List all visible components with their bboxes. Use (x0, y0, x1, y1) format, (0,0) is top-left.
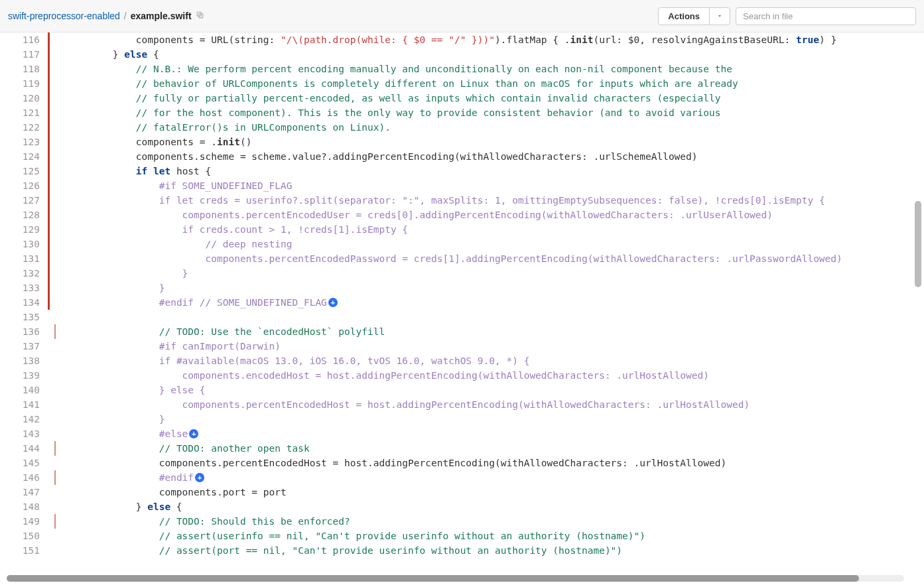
code-content[interactable]: components.encodedHost = host.addingPerc… (61, 368, 924, 383)
code-content[interactable]: #endif+ (61, 470, 924, 485)
code-line[interactable]: 138 if #available(macOS 13.0, iOS 16.0, … (0, 354, 924, 368)
code-content[interactable]: components.scheme = scheme.value?.adding… (61, 149, 924, 164)
line-number[interactable]: 143 (0, 426, 45, 441)
code-line[interactable]: 122 // fatalError()s in URLComponents on… (0, 120, 924, 135)
code-line[interactable]: 128 components.percentEncodedUser = cred… (0, 208, 924, 222)
code-line[interactable]: 119 // behavior of URLComponents is comp… (0, 76, 924, 91)
line-number[interactable]: 130 (0, 237, 45, 251)
line-number[interactable]: 140 (0, 383, 45, 397)
code-content[interactable]: // N.B.: We perform percent encoding man… (61, 62, 924, 76)
copy-path-icon[interactable] (196, 11, 204, 21)
code-line[interactable]: 144 // TODO: another open task (0, 441, 924, 456)
line-number[interactable]: 125 (0, 164, 45, 178)
line-number[interactable]: 131 (0, 251, 45, 266)
breadcrumb-repo-link[interactable]: swift-preprocessor-enabled (8, 11, 120, 21)
code-content[interactable]: components.port = port (61, 485, 924, 499)
line-number[interactable]: 138 (0, 354, 45, 368)
code-content[interactable]: components = .init() (61, 135, 924, 149)
code-content[interactable]: // deep nesting (61, 237, 924, 251)
code-content[interactable]: components.percentEncodedPassword = cred… (61, 251, 924, 266)
line-number[interactable]: 117 (0, 47, 45, 62)
line-number[interactable]: 139 (0, 368, 45, 383)
code-line[interactable]: 129 if creds.count > 1, !creds[1].isEmpt… (0, 222, 924, 237)
code-content[interactable]: #endif // SOME_UNDEFINED_FLAG+ (61, 295, 924, 310)
code-line[interactable]: 148 } else { (0, 499, 924, 514)
line-number[interactable]: 145 (0, 456, 45, 470)
code-line[interactable]: 124 components.scheme = scheme.value?.ad… (0, 149, 924, 164)
code-content[interactable]: if creds.count > 1, !creds[1].isEmpty { (61, 222, 924, 237)
code-content[interactable]: // fatalError()s in URLComponents on Lin… (61, 120, 924, 135)
line-number[interactable]: 150 (0, 529, 45, 543)
code-line[interactable]: 118 // N.B.: We perform percent encoding… (0, 62, 924, 76)
line-number[interactable]: 151 (0, 543, 45, 558)
plus-icon[interactable]: + (328, 298, 338, 307)
code-line[interactable]: 150 // assert(userinfo == nil, "Can't pr… (0, 529, 924, 543)
code-content[interactable]: // for the host component). This is the … (61, 105, 924, 120)
chevron-down-icon[interactable] (709, 8, 730, 25)
code-line[interactable]: 132 } (0, 266, 924, 281)
horizontal-scrollbar[interactable] (7, 575, 904, 582)
code-line[interactable]: 120 // fully or partially percent-encode… (0, 91, 924, 105)
code-line[interactable]: 126 #if SOME_UNDEFINED_FLAG (0, 178, 924, 193)
code-content[interactable]: // assert(userinfo == nil, "Can't provid… (61, 529, 924, 543)
code-content[interactable]: components.percentEncodedHost = host.add… (61, 397, 924, 412)
code-line[interactable]: 139 components.encodedHost = host.adding… (0, 368, 924, 383)
actions-button-label[interactable]: Actions (659, 8, 709, 25)
code-line[interactable]: 149 // TODO: Should this be enforced? (0, 514, 924, 529)
code-line[interactable]: 116 components = URL(string: "/\(path.dr… (0, 33, 924, 47)
code-content[interactable]: if let host { (61, 164, 924, 178)
code-content[interactable]: components.percentEncodedUser = creds[0]… (61, 208, 924, 222)
code-line[interactable]: 135 (0, 310, 924, 324)
code-content[interactable]: // TODO: another open task (61, 441, 924, 456)
line-number[interactable]: 120 (0, 91, 45, 105)
code-content[interactable]: // TODO: Use the `encodedHost` polyfill (61, 324, 924, 339)
code-content[interactable]: } else { (61, 499, 924, 514)
code-content[interactable]: } else { (61, 47, 924, 62)
code-line[interactable]: 134 #endif // SOME_UNDEFINED_FLAG+ (0, 295, 924, 310)
code-line[interactable]: 141 components.percentEncodedHost = host… (0, 397, 924, 412)
code-content[interactable]: if let creds = userinfo?.split(separator… (61, 193, 924, 208)
code-line[interactable]: 147 components.port = port (0, 485, 924, 499)
code-line[interactable]: 146 #endif+ (0, 470, 924, 485)
code-line[interactable]: 131 components.percentEncodedPassword = … (0, 251, 924, 266)
code-content[interactable]: #if canImport(Darwin) (61, 339, 924, 354)
line-number[interactable]: 127 (0, 193, 45, 208)
code-content[interactable]: } (61, 266, 924, 281)
search-input[interactable] (736, 7, 916, 25)
actions-dropdown[interactable]: Actions (658, 7, 730, 25)
code-line[interactable]: 121 // for the host component). This is … (0, 105, 924, 120)
code-line[interactable]: 123 components = .init() (0, 135, 924, 149)
line-number[interactable]: 137 (0, 339, 45, 354)
code-content[interactable]: if #available(macOS 13.0, iOS 16.0, tvOS… (61, 354, 924, 368)
line-number[interactable]: 121 (0, 105, 45, 120)
code-line[interactable]: 136 // TODO: Use the `encodedHost` polyf… (0, 324, 924, 339)
code-line[interactable]: 125 if let host { (0, 164, 924, 178)
plus-icon[interactable]: + (189, 429, 198, 438)
code-content[interactable]: // behavior of URLComponents is complete… (61, 76, 924, 91)
line-number[interactable]: 146 (0, 470, 45, 485)
code-line[interactable]: 137 #if canImport(Darwin) (0, 339, 924, 354)
code-viewer[interactable]: 116 components = URL(string: "/\(path.dr… (0, 33, 924, 587)
line-number[interactable]: 134 (0, 295, 45, 310)
code-line[interactable]: 127 if let creds = userinfo?.split(separ… (0, 193, 924, 208)
line-number[interactable]: 118 (0, 62, 45, 76)
code-content[interactable]: // fully or partially percent-encoded, a… (61, 91, 924, 105)
line-number[interactable]: 135 (0, 310, 45, 324)
code-line[interactable]: 142 } (0, 412, 924, 426)
code-content[interactable]: // assert(port == nil, "Can't provide us… (61, 543, 924, 558)
line-number[interactable]: 136 (0, 324, 45, 339)
line-number[interactable]: 129 (0, 222, 45, 237)
line-number[interactable]: 128 (0, 208, 45, 222)
code-content[interactable]: #else+ (61, 426, 924, 441)
code-content[interactable]: components.percentEncodedHost = host.add… (61, 456, 924, 470)
line-number[interactable]: 132 (0, 266, 45, 281)
code-line[interactable]: 145 components.percentEncodedHost = host… (0, 456, 924, 470)
code-line[interactable]: 133 } (0, 281, 924, 295)
line-number[interactable]: 141 (0, 397, 45, 412)
vertical-scrollbar[interactable] (915, 33, 921, 574)
code-line[interactable]: 130 // deep nesting (0, 237, 924, 251)
code-content[interactable]: } (61, 412, 924, 426)
code-line[interactable]: 151 // assert(port == nil, "Can't provid… (0, 543, 924, 558)
code-content[interactable]: } else { (61, 383, 924, 397)
line-number[interactable]: 148 (0, 499, 45, 514)
